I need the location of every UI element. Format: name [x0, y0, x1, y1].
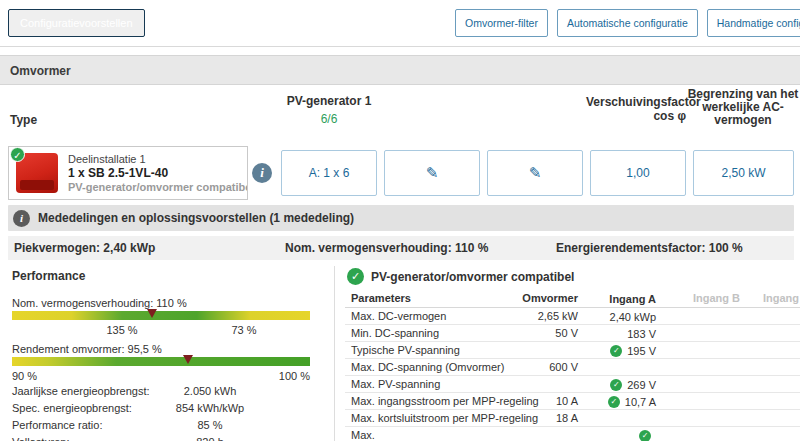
param-label: Typische PV-spanning	[351, 344, 460, 356]
param-label: Max.	[351, 429, 375, 441]
inverter-compatibility-status: PV-generator/omvormer compatibel	[68, 180, 247, 194]
input-a-value: ✓ 269 V	[588, 377, 656, 392]
input-a-value: ✓	[588, 428, 656, 441]
col-parameters: Parameters	[351, 292, 411, 304]
param-label: Max. PV-spanning	[351, 378, 440, 390]
inverter-card[interactable]: ✓ Deelinstallatie 1 1 x SB 2.5-1VL-40 PV…	[8, 146, 248, 200]
input-a-value	[588, 360, 656, 375]
input-a-value: ✓ 10,7 A	[588, 394, 656, 409]
subinstallation-label: Deelinstallatie 1	[68, 152, 247, 166]
metric-row: Performance ratio: 85 %	[12, 419, 312, 431]
compatibility-panel: ✓ PV-generator/omvormer compatibel Param…	[345, 264, 800, 441]
info-icon[interactable]: i	[252, 163, 272, 183]
check-icon: ✓	[10, 147, 25, 162]
string-config-box[interactable]: A: 1 x 6	[281, 150, 377, 196]
param-label: Min. DC-spanning	[351, 327, 439, 339]
ac-limit-value-box[interactable]: 2,50 kW	[693, 150, 794, 196]
input-a-value	[588, 411, 656, 426]
table-row: Max. ✓	[345, 427, 800, 441]
messages-label: Mededelingen en oplossingsvoorstellen (1…	[38, 211, 354, 225]
column-header-type: Type	[10, 113, 37, 127]
configuration-proposals-button[interactable]: Configuratievoorstellen	[8, 9, 145, 37]
inverter-value: 2,65 kW	[475, 310, 578, 322]
metric-row: Vollasturen: 820 h	[12, 436, 312, 441]
column-header-cos-phi: Verschuivingsfactor cos φ	[586, 95, 686, 123]
metric-value: 2.050 kWh	[148, 385, 272, 397]
cos-phi-value-box[interactable]: 1,00	[590, 150, 686, 196]
cos-phi-label-line2: cos φ	[586, 109, 686, 123]
metric-value: 820 h	[148, 436, 272, 441]
page: Configuratievoorstellen Omvormer-filter …	[0, 0, 800, 441]
metric-value: 854 kWh/kWp	[148, 402, 272, 414]
summary-bar: Piekvermogen: 2,40 kWp Nom. vermogensver…	[8, 236, 794, 260]
energy-yield-factor-stat: Energierendementsfactor: 100 %	[556, 241, 743, 255]
metric-label: Spec. energieopbrengst:	[12, 402, 132, 414]
metric-label: Vollasturen:	[12, 436, 69, 441]
toolbar: Configuratievoorstellen Omvormer-filter …	[0, 0, 800, 47]
check-icon: ✓	[610, 379, 622, 391]
manual-configuration-button[interactable]: Handmatige configuratie	[707, 9, 800, 37]
inverter-value: 10 A	[475, 395, 578, 407]
metric-value: 85 %	[148, 419, 272, 431]
table-row: Typische PV-spanning ✓ 195 V	[345, 342, 800, 359]
info-icon: i	[13, 210, 30, 227]
compatibility-table: Parameters Omvormer Ingang A Ingang B In…	[345, 290, 800, 441]
pv-generator-count: 6/6	[281, 112, 377, 126]
gauge-marker	[183, 355, 193, 364]
col-input-a: Ingang A	[588, 291, 656, 306]
inverter-value: 50 V	[475, 327, 578, 339]
inverter-text: Deelinstallatie 1 1 x SB 2.5-1VL-40 PV-g…	[68, 152, 247, 194]
table-row: Max. DC-vermogen 2,65 kW 2,40 kWp	[345, 308, 800, 325]
col-inverter: Omvormer	[475, 292, 578, 304]
inverter-value: 18 A	[475, 412, 578, 424]
metric-label: Jaarlijkse energieopbrengst:	[12, 385, 150, 397]
inverter-filter-button[interactable]: Omvormer-filter	[455, 9, 548, 37]
edit-box-2[interactable]: ✎	[487, 150, 583, 196]
messages-bar[interactable]: i Mededelingen en oplossingsvoorstellen …	[8, 205, 794, 231]
column-header-pv-generator: PV-generator 1 6/6	[281, 94, 377, 126]
gauge-tick: 100 %	[266, 370, 310, 382]
compatibility-header: ✓ PV-generator/omvormer compatibel	[347, 268, 574, 285]
performance-panel: Performance Nom. vermogensverhouding: 11…	[8, 264, 330, 441]
column-header-ac-limit: Begrenzing van het werkelijke AC-vermoge…	[687, 88, 799, 127]
edit-icon: ✎	[426, 164, 439, 182]
panel-divider	[334, 266, 335, 441]
inverter-efficiency-gauge-label: Rendement omvormer: 95,5 %	[12, 343, 162, 355]
cos-phi-label-line1: Verschuivingsfactor	[586, 95, 686, 109]
check-icon: ✓	[347, 268, 364, 285]
gauge-tick: 135 %	[100, 324, 144, 336]
performance-title: Performance	[12, 269, 85, 283]
inverter-value: 600 V	[475, 361, 578, 373]
peak-power-stat: Piekvermogen: 2,40 kWp	[14, 241, 155, 255]
table-row: Min. DC-spanning 50 V 183 V	[345, 325, 800, 342]
metric-label: Performance ratio:	[12, 419, 102, 431]
metric-row: Spec. energieopbrengst: 854 kWh/kWp	[12, 402, 312, 414]
param-label: Max. DC-vermogen	[351, 310, 446, 322]
metric-row: Jaarlijkse energieopbrengst: 2.050 kWh	[12, 385, 312, 397]
gauge-marker	[147, 309, 157, 318]
pv-generator-label: PV-generator 1	[281, 94, 377, 108]
nominal-power-ratio-stat: Nom. vermogensverhouding: 110 %	[285, 241, 488, 255]
edit-icon: ✎	[529, 164, 542, 182]
col-input-b: Ingang B	[693, 292, 740, 304]
nominal-power-ratio-gauge	[12, 311, 310, 320]
inverter-efficiency-gauge	[12, 357, 310, 366]
inverter-model: 1 x SB 2.5-1VL-40	[68, 166, 247, 180]
table-row: Max. PV-spanning ✓ 269 V	[345, 376, 800, 393]
check-icon: ✓	[610, 345, 622, 357]
col-input-c: Ingang C	[763, 292, 800, 304]
table-header-row: Parameters Omvormer Ingang A Ingang B In…	[345, 290, 800, 308]
table-row: Max. DC-spanning (Omvormer) 600 V	[345, 359, 800, 376]
inverter-image: ✓	[14, 151, 60, 195]
check-icon: ✓	[639, 430, 651, 441]
input-a-value: ✓ 195 V	[588, 343, 656, 358]
check-icon: ✓	[608, 396, 620, 408]
input-a-value: 2,40 kWp	[588, 309, 656, 324]
table-row: Max. ingangsstroom per MPP-regeling 10 A…	[345, 393, 800, 410]
nominal-power-ratio-gauge-label: Nom. vermogensverhouding: 110 %	[12, 297, 187, 309]
automatic-configuration-button[interactable]: Automatische configuratie	[557, 9, 698, 37]
input-a-value: 183 V	[588, 326, 656, 341]
compatibility-title: PV-generator/omvormer compatibel	[371, 270, 574, 284]
toolbar-right-buttons: Omvormer-filter Automatische configurati…	[455, 9, 800, 37]
edit-box-1[interactable]: ✎	[384, 150, 480, 196]
